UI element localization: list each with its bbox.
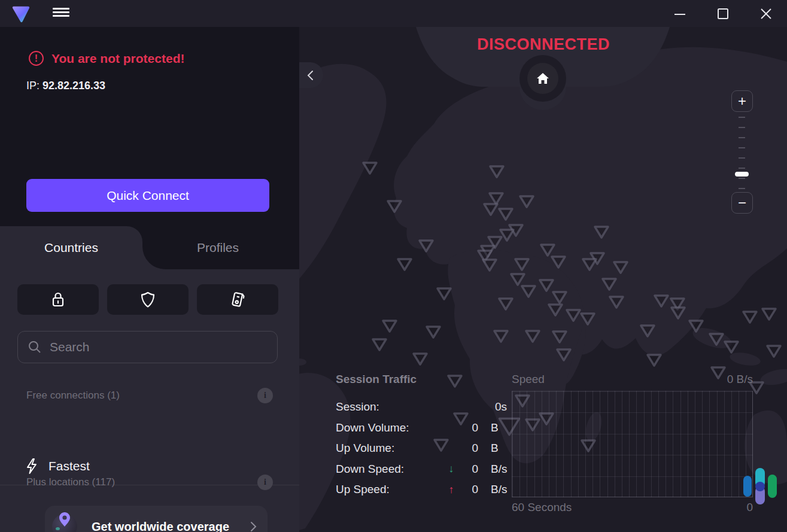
vpn-app-window: DISCONNECTED + − Session Traffic Session…: [0, 0, 787, 532]
map-pin[interactable]: [437, 288, 451, 299]
plus-locations-header: Plus locations (117) i: [26, 475, 273, 490]
minimize-icon: [673, 7, 686, 20]
map-zoom-slider-handle[interactable]: [735, 172, 749, 177]
free-connections-label: Free connections (1): [26, 390, 120, 402]
marker-bar-green: [768, 475, 777, 498]
map-pin[interactable]: [398, 259, 411, 270]
filter-buttons: [17, 284, 278, 315]
shield-icon: [140, 291, 156, 308]
session-row: Down Speed:↓0B/s: [336, 459, 509, 480]
marker-dot: [755, 482, 765, 491]
globe-pin-icon: [52, 514, 77, 532]
minimize-button[interactable]: [666, 0, 694, 27]
session-row: Up Speed:↑0B/s: [336, 479, 509, 500]
menu-button[interactable]: [53, 6, 69, 20]
session-traffic-title: Session Traffic: [336, 373, 509, 386]
map-zoom-slider-track[interactable]: [739, 117, 745, 190]
free-connections-header: Free connections (1) i: [26, 388, 273, 403]
map-zoom-out-button[interactable]: −: [731, 192, 753, 214]
chevron-right-icon: [250, 521, 257, 532]
tab-bar: Countries Profiles: [0, 226, 299, 269]
switch-icon: [229, 291, 246, 309]
speed-chart-title: Speed: [512, 373, 545, 386]
session-traffic-panel: Session Traffic Session:0sDown Volume:0B…: [336, 373, 509, 500]
kill-switch-button[interactable]: [197, 284, 278, 315]
protection-alert: ! You are not protected!: [29, 51, 184, 66]
tab-profiles[interactable]: Profiles: [147, 226, 289, 269]
plus-locations-info-button[interactable]: i: [257, 475, 273, 490]
alert-icon: !: [29, 51, 44, 66]
map-pin[interactable]: [373, 339, 386, 350]
connection-status: DISCONNECTED: [454, 35, 633, 54]
ip-label: IP:: [26, 80, 39, 92]
quick-connect-button[interactable]: Quick Connect: [26, 179, 269, 212]
map-pin[interactable]: [414, 354, 427, 364]
marker-bar-blue: [743, 476, 752, 497]
map-pin[interactable]: [648, 355, 661, 366]
close-icon: [759, 7, 773, 20]
session-row: Down Volume:0B: [336, 418, 509, 439]
home-button[interactable]: [527, 63, 558, 94]
lock-icon: [50, 291, 66, 308]
sidebar: ! You are not protected! IP: 92.82.216.3…: [0, 27, 299, 532]
proton-logo: [11, 4, 31, 24]
coverage-banner-label: Get worldwide coverage: [77, 520, 250, 532]
map-pin[interactable]: [762, 309, 776, 320]
home-icon: [536, 72, 550, 85]
speed-chart-x-label: 60 Seconds: [512, 501, 572, 514]
map-view[interactable]: DISCONNECTED + − Session Traffic Session…: [299, 27, 787, 532]
chevron-left-icon: [306, 69, 315, 81]
alert-text: You are not protected!: [51, 51, 184, 66]
search-icon: [28, 340, 42, 354]
lightning-icon: [25, 458, 38, 475]
countries-panel: Free connections (1) i Fastest Plus loca…: [0, 269, 299, 532]
map-pin[interactable]: [383, 321, 396, 332]
maximize-icon: [716, 7, 730, 20]
session-row: Up Volume:0B: [336, 438, 509, 459]
search-input[interactable]: [50, 340, 253, 354]
map-zoom-in-button[interactable]: +: [731, 90, 753, 112]
search-box: [17, 331, 278, 363]
tab-countries[interactable]: Countries: [0, 226, 142, 269]
secure-core-button[interactable]: [17, 284, 99, 315]
map-pin[interactable]: [767, 346, 780, 357]
map-pin[interactable]: [427, 327, 440, 338]
netshield-button[interactable]: [107, 284, 189, 315]
map-pin[interactable]: [743, 312, 756, 323]
free-connections-info-button[interactable]: i: [257, 388, 273, 403]
session-row: Session:0s: [336, 397, 509, 418]
fastest-label: Fastest: [48, 459, 90, 473]
maximize-button[interactable]: [709, 0, 737, 27]
user-location-marker: [739, 464, 781, 509]
coverage-upsell-banner[interactable]: Get worldwide coverage: [45, 506, 268, 532]
speed-chart-grid: [512, 391, 753, 497]
close-button[interactable]: [752, 0, 780, 27]
ip-address: IP: 92.82.216.33: [26, 80, 105, 92]
ip-value: 92.82.216.33: [42, 80, 105, 92]
speed-current-value: 0 B/s: [663, 373, 753, 386]
plus-locations-label: Plus locations (117): [26, 476, 115, 488]
titlebar[interactable]: [0, 0, 787, 27]
map-pin[interactable]: [363, 163, 376, 174]
